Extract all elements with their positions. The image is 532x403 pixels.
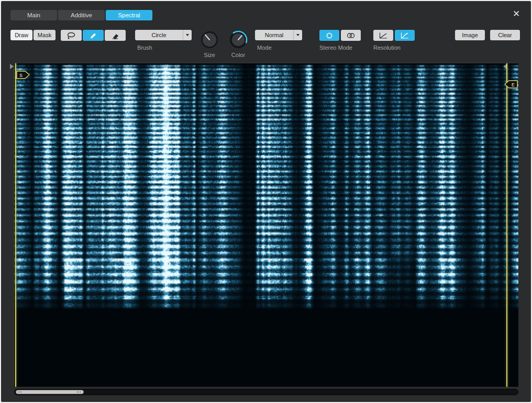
pencil-icon (88, 31, 98, 40)
size-knob[interactable] (200, 30, 219, 49)
end-marker-line (506, 63, 507, 387)
stereo-circles-icon (346, 31, 356, 40)
tab-bar: Main Additive Spectral (10, 10, 152, 20)
lasso-icon (66, 31, 76, 40)
tab-spectral[interactable]: Spectral (106, 10, 152, 20)
pencil-tool-button[interactable] (83, 30, 104, 41)
brush-shape-select[interactable]: Circle (135, 30, 192, 40)
stereo-dual-button[interactable] (341, 30, 361, 41)
size-label: Size (200, 52, 219, 58)
linear-resolution-icon (378, 31, 389, 40)
image-button[interactable]: Image (455, 30, 485, 40)
draw-button[interactable]: Draw (10, 30, 32, 40)
spectral-editor-window: Main Additive Spectral ✕ Draw Mask Circl… (1, 1, 531, 402)
mask-button[interactable]: Mask (34, 30, 56, 40)
mode-label: Mode (257, 44, 272, 51)
mode-select[interactable]: Normal (255, 30, 302, 40)
start-marker-line (15, 63, 16, 387)
brush-label: Brush (137, 44, 152, 51)
tab-additive[interactable]: Additive (58, 10, 105, 20)
close-icon[interactable]: ✕ (511, 9, 522, 19)
resolution-log-button[interactable] (395, 30, 415, 41)
end-marker-text: E (512, 82, 515, 87)
resolution-label: Resolution (373, 44, 401, 51)
eraser-tool-button[interactable] (105, 30, 126, 41)
scrollbar-thumb[interactable] (16, 390, 84, 394)
loop-start-triangle[interactable] (10, 64, 14, 69)
mode-value: Normal (255, 30, 293, 40)
chevron-down-icon (186, 34, 189, 36)
horizontal-scrollbar[interactable] (14, 389, 518, 395)
spectrogram-display: S E (14, 63, 518, 387)
start-marker-flag[interactable]: S (16, 71, 30, 79)
eraser-icon (110, 31, 120, 40)
end-marker-flag[interactable]: E (504, 80, 518, 88)
scrollbar-grip-right[interactable] (77, 391, 82, 393)
mono-circle-icon (324, 31, 335, 40)
start-marker-text: S (19, 73, 23, 78)
brush-shape-value: Circle (135, 30, 183, 40)
spectrogram-canvas[interactable] (14, 63, 518, 387)
chevron-down-icon (296, 34, 300, 36)
log-resolution-icon (400, 31, 410, 40)
lasso-tool-button[interactable] (61, 30, 82, 41)
color-label: Color (229, 52, 248, 58)
scrollbar-grip-left[interactable] (18, 391, 23, 393)
mode-chevron-box (293, 30, 302, 40)
color-knob[interactable] (229, 30, 248, 49)
brush-shape-chevron-box (183, 30, 192, 40)
stereo-mono-button[interactable] (319, 30, 339, 41)
tab-main[interactable]: Main (10, 10, 57, 20)
clear-button[interactable]: Clear (490, 30, 520, 40)
stereo-mode-label: Stereo Mode (319, 44, 352, 51)
resolution-linear-button[interactable] (373, 30, 393, 41)
